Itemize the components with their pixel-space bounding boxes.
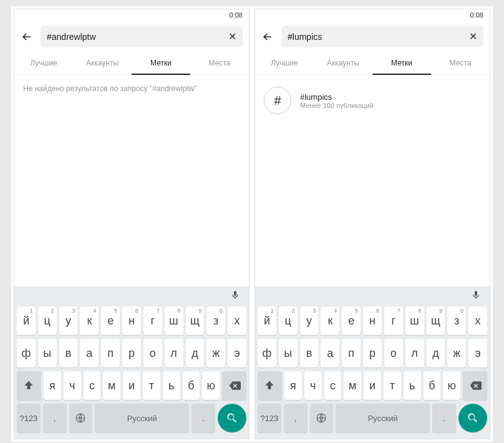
key-ы[interactable]: ы xyxy=(279,339,298,368)
key-а[interactable]: а xyxy=(321,339,339,368)
key-т[interactable]: т xyxy=(143,371,160,400)
key-м[interactable]: м xyxy=(103,371,120,400)
key-э[interactable]: э xyxy=(228,339,246,368)
key-о[interactable]: о xyxy=(143,339,162,368)
key-ь[interactable]: ь xyxy=(163,371,180,400)
key-с[interactable]: с xyxy=(324,371,342,400)
key-з[interactable]: з0 xyxy=(206,306,225,335)
tabs: ЛучшиеАккаунтыМеткиМеста xyxy=(14,52,249,75)
key-т[interactable]: т xyxy=(384,371,401,400)
search-key[interactable] xyxy=(218,404,246,432)
space-key[interactable]: Русский xyxy=(336,404,430,432)
key-л[interactable]: л xyxy=(405,339,424,368)
mic-icon[interactable] xyxy=(230,290,240,303)
key-ь[interactable]: ь xyxy=(404,371,421,400)
key-б[interactable]: б xyxy=(424,371,441,400)
key-и[interactable]: и xyxy=(364,371,381,400)
key-п[interactable]: п xyxy=(101,339,120,368)
phone-screen-0: 0:08#andrewlptw✕ЛучшиеАккаунтыМеткиМеста… xyxy=(14,9,250,439)
key-и[interactable]: и xyxy=(123,371,140,400)
key-щ[interactable]: щ9 xyxy=(427,306,445,335)
key-к[interactable]: к4 xyxy=(80,306,99,335)
shift-key[interactable] xyxy=(258,371,282,400)
back-button[interactable] xyxy=(261,31,274,43)
period-key[interactable]: . xyxy=(191,404,215,432)
key-о[interactable]: о xyxy=(384,339,403,368)
key-э[interactable]: э xyxy=(468,339,487,368)
key-ж[interactable]: ж xyxy=(447,339,466,368)
comma-key[interactable]: , xyxy=(284,404,308,432)
key-й[interactable]: й1 xyxy=(17,306,36,335)
key-х[interactable]: х xyxy=(468,306,487,335)
tab-0[interactable]: Лучшие xyxy=(255,52,314,75)
clear-icon[interactable]: ✕ xyxy=(469,31,477,42)
key-с[interactable]: с xyxy=(84,371,101,400)
shift-key[interactable] xyxy=(17,371,41,400)
clear-icon[interactable]: ✕ xyxy=(228,31,236,42)
key-я[interactable]: я xyxy=(284,371,302,400)
tab-2[interactable]: Метки xyxy=(372,52,431,75)
tab-3[interactable]: Места xyxy=(190,52,249,75)
key-х[interactable]: х xyxy=(228,306,246,335)
key-ф[interactable]: ф xyxy=(17,339,36,368)
key-п[interactable]: п xyxy=(342,339,361,368)
key-м[interactable]: м xyxy=(344,371,361,400)
key-ю[interactable]: ю xyxy=(202,371,220,400)
key-в[interactable]: в xyxy=(300,339,319,368)
key-е[interactable]: е5 xyxy=(101,306,120,335)
key-а[interactable]: а xyxy=(80,339,99,368)
search-input[interactable]: #lumpics✕ xyxy=(281,26,483,47)
tab-2[interactable]: Метки xyxy=(132,52,190,75)
key-б[interactable]: б xyxy=(183,371,200,400)
globe-key[interactable] xyxy=(69,404,93,432)
key-ю[interactable]: ю xyxy=(443,371,460,400)
key-ц[interactable]: ц2 xyxy=(38,306,57,335)
key-к[interactable]: к4 xyxy=(321,306,339,335)
space-key[interactable]: Русский xyxy=(95,404,189,432)
key-ч[interactable]: ч xyxy=(304,371,322,400)
key-ш[interactable]: ш8 xyxy=(165,306,183,335)
tab-3[interactable]: Места xyxy=(431,52,490,75)
backspace-key[interactable] xyxy=(463,371,487,400)
key-е[interactable]: е5 xyxy=(342,306,361,335)
key-г[interactable]: г7 xyxy=(384,306,403,335)
comma-key[interactable]: , xyxy=(43,404,67,432)
tab-1[interactable]: Аккаунты xyxy=(314,52,372,75)
key-р[interactable]: р xyxy=(363,339,382,368)
search-value: #lumpics xyxy=(288,32,469,42)
key-ы[interactable]: ы xyxy=(38,339,57,368)
globe-key[interactable] xyxy=(310,404,334,432)
result-item[interactable]: ##lumpicsМенее 100 публикаций xyxy=(264,84,481,117)
key-щ[interactable]: щ9 xyxy=(186,306,205,335)
key-н[interactable]: н6 xyxy=(363,306,382,335)
key-ч[interactable]: ч xyxy=(64,371,81,400)
symbols-key[interactable]: ?123 xyxy=(17,404,41,432)
key-з[interactable]: з0 xyxy=(447,306,466,335)
period-key[interactable]: . xyxy=(432,404,456,432)
tab-0[interactable]: Лучшие xyxy=(14,52,73,75)
key-у[interactable]: у3 xyxy=(300,306,319,335)
back-button[interactable] xyxy=(21,31,33,43)
key-ш[interactable]: ш8 xyxy=(405,306,424,335)
key-й[interactable]: й1 xyxy=(258,306,276,335)
key-л[interactable]: л xyxy=(165,339,183,368)
key-ж[interactable]: ж xyxy=(206,339,225,368)
status-time: 0:08 xyxy=(470,11,483,19)
key-н[interactable]: н6 xyxy=(122,306,141,335)
key-я[interactable]: я xyxy=(44,371,61,400)
key-ф[interactable]: ф xyxy=(258,339,276,368)
keyboard: й1ц2у3к4е5н6г7ш8щ9з0хфывапролджэячсмитьб… xyxy=(255,286,490,439)
key-р[interactable]: р xyxy=(122,339,141,368)
tab-1[interactable]: Аккаунты xyxy=(73,52,132,75)
key-ц[interactable]: ц2 xyxy=(279,306,298,335)
key-г[interactable]: г7 xyxy=(143,306,162,335)
symbols-key[interactable]: ?123 xyxy=(258,404,281,432)
backspace-key[interactable] xyxy=(222,371,246,400)
key-в[interactable]: в xyxy=(59,339,78,368)
key-у[interactable]: у3 xyxy=(59,306,78,335)
key-д[interactable]: д xyxy=(427,339,445,368)
key-д[interactable]: д xyxy=(186,339,205,368)
mic-icon[interactable] xyxy=(471,290,481,303)
search-input[interactable]: #andrewlptw✕ xyxy=(41,26,243,47)
search-key[interactable] xyxy=(458,404,487,432)
